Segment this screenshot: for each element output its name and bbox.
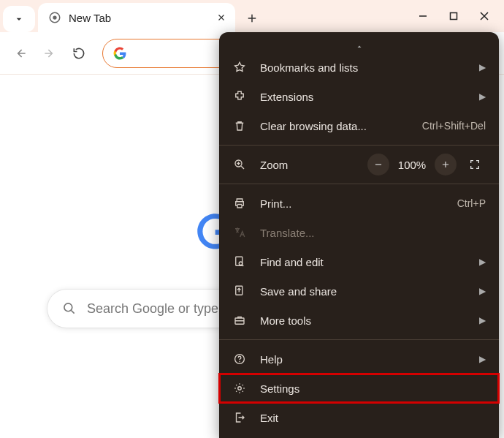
- menu-item-extensions[interactable]: Extensions ▶: [219, 82, 499, 111]
- menu-label: Save and share: [260, 285, 466, 298]
- menu-item-find-edit[interactable]: Find and edit ▶: [219, 247, 499, 276]
- svg-point-1: [53, 15, 56, 19]
- chevron-right-icon: ▶: [479, 62, 486, 72]
- svg-point-3: [64, 303, 72, 311]
- menu-label: Extensions: [260, 91, 466, 103]
- fullscreen-icon: [469, 159, 481, 170]
- arrow-left-icon: [13, 46, 28, 61]
- menu-label: Find and edit: [260, 256, 466, 268]
- forward-button[interactable]: [37, 40, 63, 67]
- close-icon: [216, 12, 226, 23]
- zoom-out-button[interactable]: [367, 154, 389, 175]
- menu-item-clear-data[interactable]: Clear browsing data... Ctrl+Shift+Del: [219, 111, 499, 140]
- plus-icon: [245, 12, 259, 25]
- plus-icon: [440, 159, 451, 170]
- menu-label: Exit: [260, 412, 486, 424]
- window-close-button[interactable]: [469, 6, 500, 26]
- back-button[interactable]: [7, 40, 34, 67]
- browser-tab[interactable]: New Tab: [38, 3, 235, 32]
- zoom-controls: 100%: [367, 154, 486, 175]
- menu-item-exit[interactable]: Exit: [219, 403, 499, 432]
- menu-shortcut: Ctrl+Shift+Del: [422, 120, 486, 132]
- chevron-right-icon: ▶: [479, 354, 486, 364]
- menu-separator: [219, 184, 499, 184]
- menu-label: Settings: [260, 382, 486, 395]
- exit-icon: [232, 410, 247, 425]
- menu-item-settings[interactable]: Settings: [219, 374, 499, 403]
- menu-item-save-share[interactable]: Save and share ▶: [219, 276, 499, 306]
- extension-icon: [232, 89, 247, 104]
- gear-icon: [232, 381, 247, 396]
- svg-point-10: [239, 361, 240, 363]
- chrome-favicon-icon: [48, 11, 61, 24]
- fullscreen-button[interactable]: [464, 154, 486, 175]
- translate-icon: [232, 225, 247, 240]
- share-icon: [232, 284, 247, 298]
- menu-shortcut: Ctrl+P: [457, 197, 486, 209]
- menu-item-translate[interactable]: Translate...: [219, 218, 499, 247]
- svg-point-11: [238, 387, 242, 390]
- window-minimize-button[interactable]: [408, 6, 438, 26]
- tab-close-button[interactable]: [215, 11, 228, 24]
- svg-rect-2: [451, 13, 457, 20]
- google-g-icon: [113, 47, 126, 60]
- reload-icon: [72, 46, 86, 61]
- window-maximize-button[interactable]: [438, 6, 469, 26]
- minus-icon: [373, 159, 383, 170]
- chevron-right-icon: ▶: [479, 286, 486, 296]
- svg-point-6: [239, 262, 243, 265]
- find-icon: [232, 254, 247, 269]
- menu-label: Translate...: [260, 227, 486, 239]
- menu-label: More tools: [260, 314, 466, 327]
- menu-label: Clear browsing data...: [260, 120, 409, 132]
- chevron-up-icon: [355, 42, 364, 51]
- menu-item-print[interactable]: Print... Ctrl+P: [219, 189, 499, 218]
- menu-item-help[interactable]: Help ▶: [219, 344, 499, 374]
- menu-label: Zoom: [260, 159, 354, 171]
- maximize-icon: [449, 12, 458, 20]
- chevron-right-icon: ▶: [479, 257, 486, 267]
- chevron-right-icon: ▶: [479, 315, 486, 325]
- menu-separator: [219, 145, 499, 146]
- reload-button[interactable]: [66, 40, 92, 67]
- menu-item-zoom: Zoom 100%: [219, 150, 499, 179]
- menu-label: Print...: [260, 197, 444, 210]
- tab-search-button[interactable]: [3, 6, 35, 32]
- menu-item-bookmarks[interactable]: Bookmarks and lists ▶: [219, 53, 499, 82]
- new-tab-button[interactable]: [241, 7, 263, 29]
- chevron-down-icon: [13, 13, 25, 25]
- trash-icon: [232, 118, 247, 133]
- zoom-in-button[interactable]: [435, 154, 457, 175]
- menu-separator: [219, 339, 499, 340]
- toolbox-icon: [232, 313, 247, 328]
- minimize-icon: [418, 11, 428, 21]
- chevron-right-icon: ▶: [479, 91, 486, 102]
- close-icon: [479, 11, 489, 21]
- zoom-value: 100%: [397, 159, 427, 171]
- help-icon: [232, 352, 247, 366]
- tab-title: New Tab: [69, 12, 207, 24]
- title-bar: New Tab: [0, 0, 504, 32]
- search-icon: [62, 301, 77, 316]
- zoom-icon: [232, 157, 247, 172]
- menu-label: Help: [260, 353, 466, 366]
- star-icon: [232, 60, 247, 75]
- menu-label: Bookmarks and lists: [260, 61, 466, 74]
- menu-item-more-tools[interactable]: More tools ▶: [219, 306, 499, 335]
- print-icon: [232, 196, 247, 211]
- arrow-right-icon: [42, 46, 57, 61]
- window-controls: [408, 6, 500, 26]
- overflow-menu: Bookmarks and lists ▶ Extensions ▶ Clear…: [219, 32, 499, 438]
- menu-collapse-arrow[interactable]: [219, 41, 499, 53]
